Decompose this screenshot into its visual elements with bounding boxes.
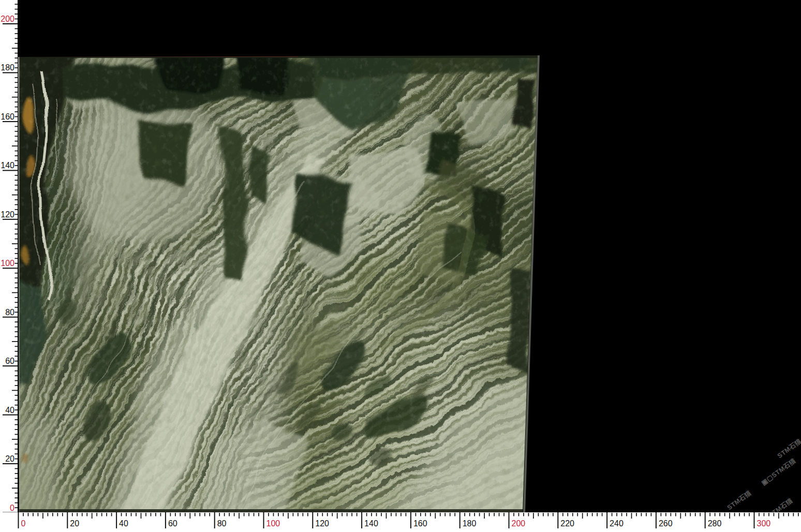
svg-text:280: 280 [708, 519, 722, 528]
svg-text:220: 220 [560, 519, 574, 528]
svg-text:160: 160 [413, 519, 427, 528]
svg-text:80: 80 [5, 308, 14, 317]
svg-text:140: 140 [1, 161, 14, 170]
svg-text:180: 180 [463, 519, 477, 528]
svg-text:180: 180 [1, 63, 14, 72]
svg-text:120: 120 [315, 519, 329, 528]
svg-text:200: 200 [1, 14, 14, 23]
svg-text:60: 60 [5, 357, 14, 365]
svg-text:100: 100 [266, 519, 280, 528]
svg-text:0: 0 [10, 504, 14, 512]
svg-text:60: 60 [168, 519, 177, 528]
svg-text:120: 120 [1, 210, 14, 219]
svg-text:260: 260 [659, 519, 673, 528]
svg-text:300: 300 [757, 519, 771, 528]
svg-text:140: 140 [364, 519, 378, 528]
svg-text:0: 0 [21, 519, 26, 528]
svg-text:200: 200 [512, 519, 526, 528]
svg-text:100: 100 [1, 259, 14, 268]
svg-text:20: 20 [70, 519, 79, 528]
svg-text:40: 40 [119, 519, 128, 528]
svg-text:20: 20 [5, 454, 14, 463]
svg-text:240: 240 [610, 519, 624, 528]
svg-text:40: 40 [5, 406, 14, 415]
svg-text:80: 80 [217, 519, 227, 528]
svg-text:160: 160 [1, 112, 14, 121]
